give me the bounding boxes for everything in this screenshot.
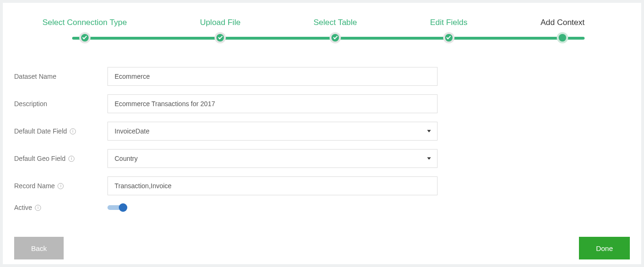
row-default-date-field: Default Date Field i	[14, 122, 613, 141]
check-icon	[218, 35, 223, 40]
step-edit-fields[interactable]: Edit Fields	[430, 18, 467, 43]
row-default-geo-field: Default Geo Field i	[14, 149, 613, 168]
step-dot	[443, 32, 454, 43]
step-label: Edit Fields	[430, 18, 467, 27]
step-upload-file[interactable]: Upload File	[200, 18, 240, 43]
wizard-card: Select Connection Type Upload File Selec…	[3, 3, 641, 264]
check-icon	[83, 35, 87, 40]
step-dot	[215, 32, 226, 43]
label-default-geo-field: Default Geo Field	[14, 155, 66, 162]
step-dot	[330, 32, 341, 43]
stepper: Select Connection Type Upload File Selec…	[42, 18, 585, 48]
label-default-date-field: Default Date Field	[14, 127, 67, 135]
row-description: Description	[14, 94, 613, 113]
default-date-field-select[interactable]	[107, 122, 438, 141]
step-dot	[79, 32, 91, 43]
step-add-context[interactable]: Add Context	[540, 18, 585, 43]
done-button[interactable]: Done	[579, 237, 630, 259]
row-dataset-name: Dataset Name	[14, 67, 613, 86]
label-dataset-name: Dataset Name	[14, 73, 107, 80]
row-record-name: Record Name i	[14, 176, 613, 195]
step-dot	[557, 32, 568, 43]
active-toggle[interactable]	[107, 205, 125, 210]
step-label: Select Table	[314, 18, 357, 27]
context-form: Dataset Name Description Default Date Fi…	[14, 67, 613, 211]
toggle-knob	[119, 203, 127, 212]
info-icon[interactable]: i	[35, 205, 41, 211]
label-record-name: Record Name	[14, 182, 55, 190]
check-icon	[333, 35, 338, 40]
default-geo-field-select[interactable]	[107, 149, 438, 168]
step-select-connection-type[interactable]: Select Connection Type	[42, 18, 127, 43]
label-active: Active	[14, 204, 32, 211]
info-icon[interactable]: i	[58, 183, 64, 189]
record-name-input[interactable]	[107, 176, 438, 195]
step-label: Add Context	[540, 18, 585, 27]
step-label: Upload File	[200, 18, 240, 27]
info-icon[interactable]: i	[68, 156, 74, 162]
wizard-actions: Back Done	[14, 237, 630, 259]
step-select-table[interactable]: Select Table	[314, 18, 357, 43]
row-active: Active i	[14, 204, 613, 211]
description-input[interactable]	[107, 94, 438, 113]
dataset-name-input[interactable]	[107, 67, 438, 86]
step-label: Select Connection Type	[42, 18, 127, 27]
back-button[interactable]: Back	[14, 237, 64, 259]
info-icon[interactable]: i	[70, 128, 76, 134]
label-description: Description	[14, 100, 107, 108]
check-icon	[446, 35, 451, 40]
